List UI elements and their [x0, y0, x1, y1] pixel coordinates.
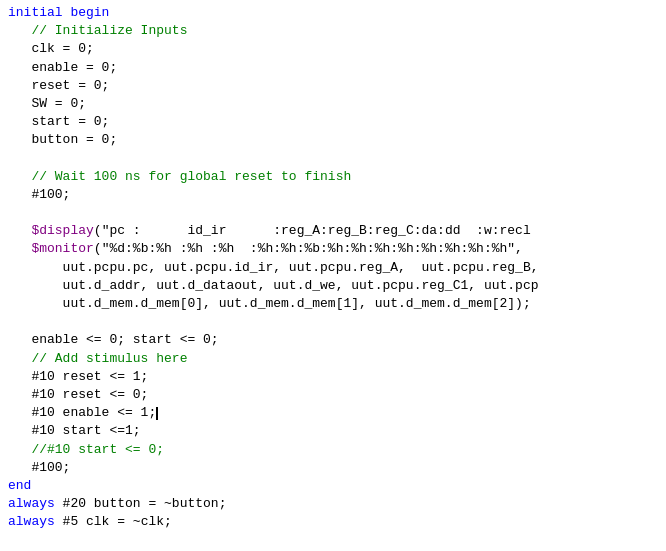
code-token: button = 0;	[8, 132, 117, 147]
code-token: reset = 0;	[8, 78, 109, 93]
code-token: #20 button = ~button;	[55, 496, 227, 511]
code-token: SW = 0;	[8, 96, 86, 111]
code-line: // Add stimulus here	[8, 350, 658, 368]
code-line: // Wait 100 ns for global reset to finis…	[8, 168, 658, 186]
code-token: // Wait 100 ns for global reset to finis…	[8, 169, 351, 184]
code-token: uut.pcpu.pc, uut.pcpu.id_ir, uut.pcpu.re…	[8, 260, 539, 275]
text-cursor	[156, 407, 158, 420]
code-line: #10 enable <= 1;	[8, 404, 658, 422]
code-line: $display("pc : id_ir :reg_A:reg_B:reg_C:…	[8, 222, 658, 240]
code-token: start = 0;	[8, 114, 109, 129]
code-token: clk = 0;	[8, 41, 94, 56]
code-line: reset = 0;	[8, 77, 658, 95]
code-token: //#10 start <= 0;	[8, 442, 164, 457]
code-line: clk = 0;	[8, 40, 658, 58]
code-content: initial begin // Initialize Inputs clk =…	[8, 4, 658, 531]
code-line: button = 0;	[8, 131, 658, 149]
code-line: #100;	[8, 186, 658, 204]
code-token: uut.d_mem.d_mem[0], uut.d_mem.d_mem[1], …	[8, 296, 531, 311]
code-token: #10 reset <= 1;	[8, 369, 148, 384]
code-line: uut.pcpu.pc, uut.pcpu.id_ir, uut.pcpu.re…	[8, 259, 658, 277]
code-line	[8, 313, 658, 331]
code-line: #10 reset <= 0;	[8, 386, 658, 404]
code-line	[8, 204, 658, 222]
code-token: always	[8, 496, 55, 511]
code-token: always	[8, 514, 55, 529]
code-line: #10 start <=1;	[8, 422, 658, 440]
code-token: ("pc : id_ir :reg_A:reg_B:reg_C:da:dd :w…	[94, 223, 531, 238]
code-line: #10 reset <= 1;	[8, 368, 658, 386]
code-line: SW = 0;	[8, 95, 658, 113]
code-token: #10 enable <= 1;	[8, 405, 156, 420]
code-line: always #20 button = ~button;	[8, 495, 658, 513]
code-token: #5 clk = ~clk;	[55, 514, 172, 529]
code-line: //#10 start <= 0;	[8, 441, 658, 459]
code-token: // Add stimulus here	[8, 351, 187, 366]
code-token: end	[8, 478, 31, 493]
code-token: $display	[8, 223, 94, 238]
code-line: #100;	[8, 459, 658, 477]
code-token: #100;	[8, 187, 70, 202]
code-token: uut.d_addr, uut.d_dataout, uut.d_we, uut…	[8, 278, 539, 293]
code-line: always #5 clk = ~clk;	[8, 513, 658, 531]
code-line: $monitor("%d:%b:%h :%h :%h :%h:%h:%b:%h:…	[8, 240, 658, 258]
code-token: // Initialize Inputs	[8, 23, 187, 38]
code-line: start = 0;	[8, 113, 658, 131]
code-token: #10 start <=1;	[8, 423, 141, 438]
code-editor: initial begin // Initialize Inputs clk =…	[0, 0, 666, 551]
code-token: initial begin	[8, 5, 109, 20]
code-line	[8, 150, 658, 168]
code-line: enable <= 0; start <= 0;	[8, 331, 658, 349]
code-token: enable <= 0; start <= 0;	[8, 332, 219, 347]
code-token: enable = 0;	[8, 60, 117, 75]
code-line: // Initialize Inputs	[8, 22, 658, 40]
code-token: #100;	[8, 460, 70, 475]
code-token: ("%d:%b:%h :%h :%h :%h:%h:%b:%h:%h:%h:%h…	[94, 241, 523, 256]
code-line: initial begin	[8, 4, 658, 22]
code-line: uut.d_mem.d_mem[0], uut.d_mem.d_mem[1], …	[8, 295, 658, 313]
code-token: $monitor	[8, 241, 94, 256]
code-line: uut.d_addr, uut.d_dataout, uut.d_we, uut…	[8, 277, 658, 295]
code-line: enable = 0;	[8, 59, 658, 77]
code-token: #10 reset <= 0;	[8, 387, 148, 402]
code-line: end	[8, 477, 658, 495]
